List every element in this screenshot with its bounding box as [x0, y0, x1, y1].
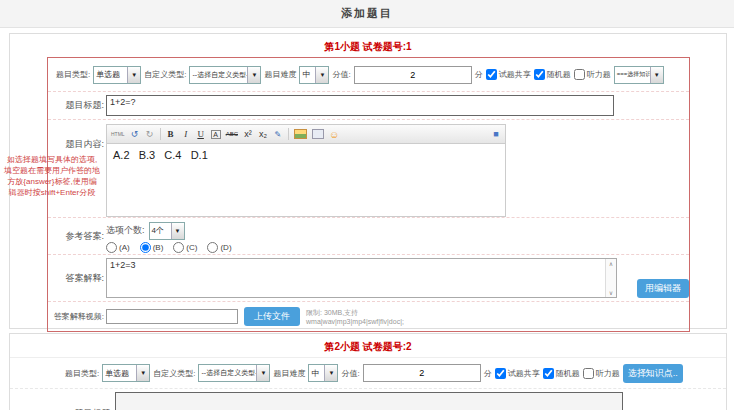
q1-answer-label: 参考答案:: [48, 230, 104, 243]
italic-icon[interactable]: I: [181, 129, 191, 139]
q1-option-d-radio[interactable]: (D): [207, 242, 231, 253]
q2-random-checkbox-group: 随机题: [543, 368, 580, 379]
chevron-down-icon: ▼: [324, 365, 337, 381]
q2-share-checkbox-group: 试题共享: [495, 368, 540, 379]
q2-title-input[interactable]: [115, 392, 623, 410]
q1-content-row: 题目内容: 如选择题填写具体的选项,填空题在需要用户作答的地方放{answer}…: [48, 120, 689, 218]
q1-meta-row: 题目类型: 单选题 ▼ 自定义类型: --选择自定义类型-- ▼ 题目难度 中 …: [48, 58, 689, 92]
q1-share-checkbox[interactable]: [486, 69, 497, 80]
image-icon[interactable]: [294, 129, 307, 139]
q1-random-checkbox[interactable]: [534, 69, 545, 80]
q2-meta-row: 题目类型: 单选题 ▼ 自定义类型: --选择自定义类型-- ▼ 题目难度 中 …: [10, 358, 726, 389]
chevron-down-icon: ▼: [315, 67, 328, 83]
format-painter-icon[interactable]: ✎: [273, 130, 283, 139]
q1-random-checkbox-group: 随机题: [534, 69, 571, 80]
q1-type-label: 题目类型:: [56, 69, 90, 80]
question1-section: 第1小题 试卷题号:1 题目类型: 单选题 ▼ 自定义类型: --选择自定义类型…: [9, 33, 727, 329]
undo-icon[interactable]: ↺: [130, 129, 140, 139]
q1-explain-textarea[interactable]: 1+2=3 ∧∨: [106, 258, 617, 298]
upload-hint: 限制: 30MB,支持 wma|wav|mp3|mp4|swf|flv|doc|…: [306, 308, 404, 326]
use-editor-button[interactable]: 用编辑器: [637, 279, 689, 298]
q1-video-row: 答案解释视频: 上传文件 限制: 30MB,支持 wma|wav|mp3|mp4…: [48, 302, 689, 331]
chevron-down-icon: ▼: [171, 223, 184, 239]
question2-header: 第2小题 试卷题号:2: [10, 334, 726, 357]
q2-score-unit: 分: [484, 368, 492, 379]
q2-difficulty-select[interactable]: 中 ▼: [308, 364, 338, 382]
chevron-down-icon: ▼: [247, 67, 260, 83]
q1-title-input[interactable]: 1+2=?: [106, 95, 614, 116]
q2-title-row: 题目标题:: [10, 389, 726, 410]
q1-video-label: 答案解释视频:: [48, 311, 104, 322]
q2-random-checkbox[interactable]: [543, 368, 554, 379]
emoticon-icon[interactable]: ☺: [329, 129, 339, 140]
q1-title-label: 题目标题:: [48, 99, 104, 112]
q1-random-label: 随机题: [547, 69, 571, 80]
q2-listening-checkbox-group: 听力题: [583, 368, 620, 379]
q1-listening-label: 听力题: [587, 69, 611, 80]
superscript-icon[interactable]: x²: [243, 129, 253, 139]
select-knowledge-button[interactable]: 选择知识点..: [623, 364, 683, 383]
q2-type-select[interactable]: 单选题 ▼: [102, 364, 150, 382]
q1-score-unit: 分: [475, 69, 483, 80]
q1-difficulty-select[interactable]: 中 ▼: [299, 66, 329, 84]
q2-difficulty-label: 题目难度: [273, 368, 305, 379]
q1-title-row: 题目标题: 1+2=?: [48, 92, 689, 120]
media-icon[interactable]: [312, 129, 324, 139]
q1-option-count-select[interactable]: 4个 ▼: [149, 222, 185, 240]
strikethrough-icon[interactable]: ABC: [226, 131, 238, 137]
scrollbar[interactable]: ∧∨: [605, 259, 616, 297]
q2-score-input[interactable]: [363, 364, 481, 382]
editor-toolbar: HTML ↺ ↻ B I U A ABC x² x₂ ✎ ☺ ■: [107, 125, 505, 144]
q1-explain-label: 答案解释:: [48, 272, 104, 285]
question2-section: 第2小题 试卷题号:2 题目类型: 单选题 ▼ 自定义类型: --选择自定义类型…: [9, 333, 727, 410]
bold-icon[interactable]: B: [166, 129, 176, 139]
q2-listening-label: 听力题: [596, 368, 620, 379]
q1-share-checkbox-group: 试题共享: [486, 69, 531, 80]
q1-explain-row: 答案解释: 1+2=3 ∧∨ 用编辑器: [48, 255, 689, 302]
source-code-icon[interactable]: HTML: [111, 131, 125, 137]
q1-score-label: 分值:: [332, 69, 350, 80]
q1-difficulty-label: 题目难度: [264, 69, 296, 80]
q1-video-input[interactable]: [106, 309, 238, 324]
q1-option-a-radio[interactable]: (A): [106, 242, 130, 253]
q1-knowledge-select[interactable]: ===选择知识点=== ▼: [614, 66, 664, 84]
q2-random-label: 随机题: [556, 368, 580, 379]
upload-file-button[interactable]: 上传文件: [244, 307, 300, 326]
toolbar-divider: [288, 128, 289, 140]
chevron-down-icon: ▼: [256, 365, 269, 381]
redo-icon[interactable]: ↻: [145, 129, 155, 139]
chevron-down-icon: ▼: [136, 365, 149, 381]
page-header: 添加题目: [0, 0, 734, 28]
q1-content-label: 题目内容:: [48, 138, 104, 151]
q2-custom-type-select[interactable]: --选择自定义类型-- ▼: [198, 364, 270, 382]
q2-type-label: 题目类型:: [65, 368, 99, 379]
editor-content[interactable]: A.2 B.3 C.4 D.1: [107, 144, 505, 216]
toolbar-divider: [160, 128, 161, 140]
chevron-down-icon: ▼: [127, 67, 140, 83]
subscript-icon[interactable]: x₂: [258, 129, 268, 139]
q1-score-input[interactable]: [354, 66, 472, 84]
q1-option-b-radio[interactable]: (B): [140, 242, 164, 253]
question1-header: 第1小题 试卷题号:1: [10, 34, 726, 57]
q2-custom-type-label: 自定义类型:: [153, 368, 195, 379]
chevron-down-icon: ▼: [650, 67, 663, 83]
q1-type-select[interactable]: 单选题 ▼: [93, 66, 141, 84]
q1-listening-checkbox-group: 听力题: [574, 69, 611, 80]
q1-option-c-radio[interactable]: (C): [173, 242, 197, 253]
q1-content-hint: 如选择题填写具体的选项,填空题在需要用户作答的地方放{answer}标签,使用编…: [4, 154, 100, 198]
page-title: 添加题目: [341, 6, 393, 21]
q1-listening-checkbox[interactable]: [574, 69, 585, 80]
q1-custom-type-label: 自定义类型:: [144, 69, 186, 80]
q1-custom-type-select[interactable]: --选择自定义类型-- ▼: [189, 66, 261, 84]
q2-listening-checkbox[interactable]: [583, 368, 594, 379]
q1-answer-options: (A) (B) (C) (D): [106, 242, 232, 253]
q1-option-count-label: 选项个数:: [106, 224, 145, 237]
underline-icon[interactable]: U: [196, 129, 206, 139]
font-color-icon[interactable]: A: [211, 130, 221, 139]
rich-text-editor: HTML ↺ ↻ B I U A ABC x² x₂ ✎ ☺ ■: [106, 124, 506, 217]
maximize-icon[interactable]: ■: [491, 129, 501, 139]
question1-form: 题目类型: 单选题 ▼ 自定义类型: --选择自定义类型-- ▼ 题目难度 中 …: [47, 57, 690, 332]
q2-share-label: 试题共享: [508, 368, 540, 379]
q2-score-label: 分值:: [341, 368, 359, 379]
q2-share-checkbox[interactable]: [495, 368, 506, 379]
